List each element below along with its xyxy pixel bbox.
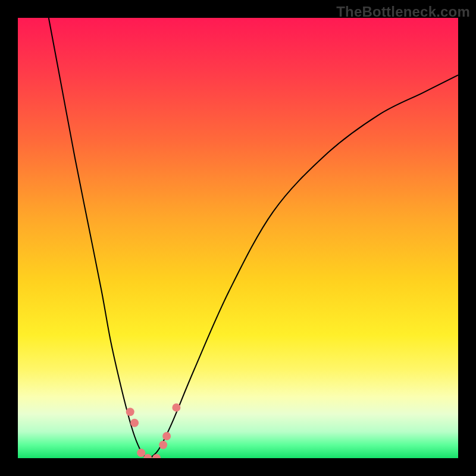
marker-dot (137, 449, 145, 457)
curve-right (150, 75, 458, 458)
marker-dot (172, 403, 180, 412)
chart-frame: TheBottleneck.com (0, 0, 476, 476)
plot-area (18, 18, 458, 458)
marker-group (126, 403, 181, 458)
curve-left (49, 18, 150, 458)
marker-dot (130, 419, 139, 427)
marker-dot (162, 432, 171, 440)
marker-dot (159, 441, 167, 449)
marker-dot (126, 408, 134, 416)
curve-layer (18, 18, 458, 458)
